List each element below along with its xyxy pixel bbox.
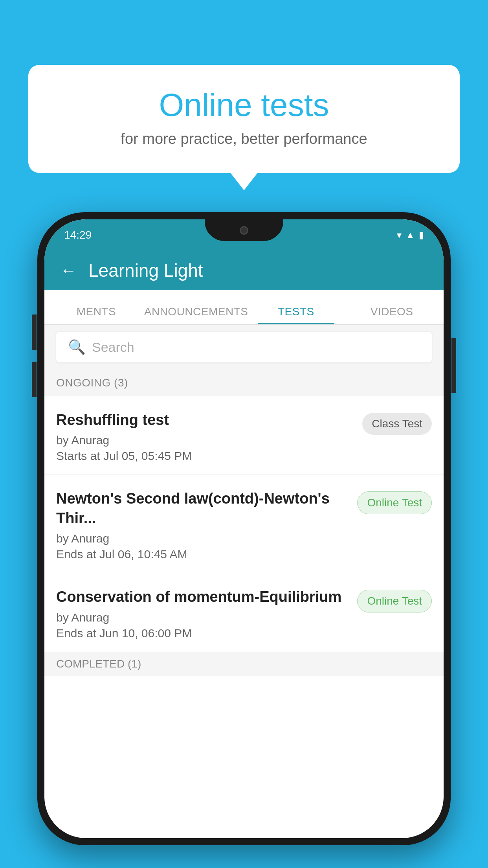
search-icon: 🔍 (68, 339, 86, 355)
tab-ments[interactable]: MENTS (48, 305, 144, 324)
back-button[interactable]: ← (60, 261, 77, 280)
search-container: 🔍 Search (44, 325, 444, 370)
status-icons: ▾ ▲ ▮ (397, 230, 424, 241)
test-item-3[interactable]: Conservation of momentum-Equilibrium by … (44, 573, 444, 652)
test-item-2-date: Ends at Jul 06, 10:45 AM (56, 548, 349, 561)
test-item-2[interactable]: Newton's Second law(contd)-Newton's Thir… (44, 475, 444, 573)
bubble-title: Online tests (52, 86, 436, 123)
status-time: 14:29 (64, 229, 92, 241)
app-header: ← Learning Light (44, 251, 444, 290)
status-bar: 14:29 ▾ ▲ ▮ (44, 219, 444, 251)
test-item-1-date: Starts at Jul 05, 05:45 PM (56, 449, 354, 463)
search-input[interactable]: Search (92, 340, 134, 355)
wifi-icon: ▾ (397, 230, 402, 241)
test-item-2-content: Newton's Second law(contd)-Newton's Thir… (56, 489, 349, 561)
volume-down-button (32, 362, 37, 397)
test-item-1-title: Reshuffling test (56, 410, 354, 430)
completed-section-header: COMPLETED (1) (44, 652, 444, 676)
tab-announcements[interactable]: ANNOUNCEMENTS (144, 305, 248, 324)
tab-videos[interactable]: VIDEOS (344, 305, 440, 324)
speech-bubble: Online tests for more practice, better p… (28, 65, 460, 173)
ongoing-section-header: ONGOING (3) (44, 370, 444, 396)
bubble-subtitle: for more practice, better performance (52, 131, 436, 147)
test-item-1[interactable]: Reshuffling test by Anurag Starts at Jul… (44, 396, 444, 475)
test-item-1-content: Reshuffling test by Anurag Starts at Jul… (56, 410, 354, 463)
phone-wrapper: 14:29 ▾ ▲ ▮ ← Learning Light MENTS (37, 212, 451, 868)
camera (240, 226, 248, 235)
app-title: Learning Light (88, 260, 203, 281)
test-item-3-badge: Online Test (357, 590, 432, 612)
phone-screen: 14:29 ▾ ▲ ▮ ← Learning Light MENTS (44, 219, 444, 838)
test-item-3-content: Conservation of momentum-Equilibrium by … (56, 587, 349, 640)
volume-up-button (32, 314, 37, 350)
signal-icon: ▲ (405, 230, 415, 241)
test-item-2-by: by Anurag (56, 532, 349, 545)
test-item-2-badge: Online Test (357, 491, 432, 514)
phone-outer: 14:29 ▾ ▲ ▮ ← Learning Light MENTS (37, 212, 451, 845)
phone-notch (205, 219, 283, 241)
test-item-3-by: by Anurag (56, 611, 349, 624)
search-bar[interactable]: 🔍 Search (56, 332, 432, 362)
tab-tests[interactable]: TESTS (248, 305, 344, 324)
test-item-3-title: Conservation of momentum-Equilibrium (56, 587, 349, 607)
test-item-2-title: Newton's Second law(contd)-Newton's Thir… (56, 489, 349, 528)
test-item-1-badge: Class Test (362, 413, 432, 435)
test-item-1-by: by Anurag (56, 434, 354, 447)
tabs-bar: MENTS ANNOUNCEMENTS TESTS VIDEOS (44, 290, 444, 325)
power-button (451, 338, 456, 393)
battery-icon: ▮ (419, 230, 424, 241)
test-item-3-date: Ends at Jun 10, 06:00 PM (56, 627, 349, 640)
